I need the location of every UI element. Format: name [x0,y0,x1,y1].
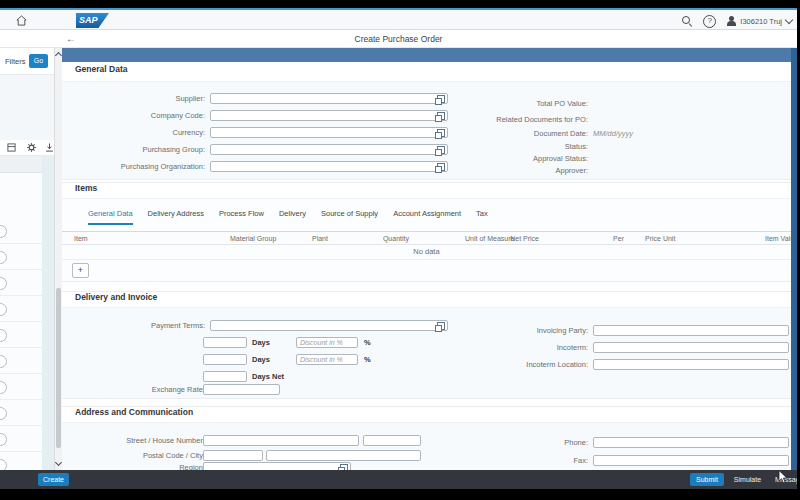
sidebar-scrollbar[interactable] [55,48,62,470]
avatar [0,459,7,470]
section-title-general-data: General Data [62,64,791,80]
mouse-cursor [778,470,790,484]
list-item[interactable] [0,296,54,322]
sap-logo: SAP [76,13,109,28]
home-icon[interactable] [16,15,27,26]
create-button[interactable]: Create [38,473,69,486]
incoterm-input[interactable] [593,342,789,353]
sidebar-list [0,218,54,470]
column-header-net-price: Net Price [510,235,539,242]
approver-label: Approver: [472,165,588,176]
exchange-rate-label: Exchange Rate: [62,384,205,395]
incoterm-label: Incoterm: [472,342,588,353]
fax-input[interactable] [593,455,789,466]
section-title-delivery-invoice: Delivery and Invoice [62,291,791,307]
phone-label: Phone: [472,437,588,448]
submit-button[interactable]: Submit [690,473,724,486]
column-header-quantity: Quantity [383,235,409,242]
avatar [0,329,7,342]
help-icon[interactable]: ? [703,15,716,28]
user-menu[interactable]: I306210 Truj [727,16,792,26]
related-docs-label: Related Documents for PO: [472,114,588,125]
download-icon[interactable] [45,143,54,152]
list-item[interactable] [0,348,54,374]
list-item[interactable] [0,452,54,470]
incoterm-location-input[interactable] [593,359,789,370]
tab-source-of-supply[interactable]: Source of Supply [321,209,378,225]
scroll-up-icon[interactable] [55,52,62,59]
document-date-label: Document Date: [472,128,588,139]
total-po-value-label: Total PO Value: [472,98,588,109]
avatar [0,433,7,446]
create-po-page: General Data Supplier: Company Code: Cur… [62,48,791,470]
invoicing-party-label: Invoicing Party: [472,325,588,336]
tab-delivery-address[interactable]: Delivery Address [148,209,204,225]
invoicing-party-input[interactable] [593,325,789,336]
list-item[interactable] [0,374,54,400]
sidebar-toolbar [0,140,54,156]
list-item[interactable] [0,322,54,348]
shell-bar: SAP ? I306210 Truj [0,8,797,30]
tab-delivery[interactable]: Delivery [279,209,306,225]
section-title-address: Address and Communication [62,406,791,422]
go-button[interactable]: Go [29,54,48,68]
days-net-label: Days Net [252,371,284,382]
avatar [0,225,7,238]
list-icon[interactable] [7,143,16,152]
items-table-header: ItemMaterial GroupPlantQuantityUnit of M… [62,231,791,245]
approval-status-label: Approval Status: [472,153,588,164]
exchange-rate-input[interactable] [203,384,280,395]
column-header-per: Per [613,235,624,242]
tab-general-data[interactable]: General Data [88,209,133,225]
anchor-bar [62,48,791,62]
avatar [0,303,7,316]
tab-process-flow[interactable]: Process Flow [219,209,264,225]
avatar [0,381,7,394]
fax-label: Fax: [472,455,588,466]
add-item-button[interactable]: + [72,263,89,278]
phone-input[interactable] [593,437,789,448]
user-name: I306210 Truj [740,17,782,26]
sidebar-chart-area [0,75,54,140]
avatar [0,251,7,264]
page-title: Create Purchase Order [0,34,797,44]
column-header-price-unit: Price Unit [645,235,675,242]
person-icon [727,16,736,26]
sidebar-filter-row: Filters Go [0,48,54,75]
items-tab-strip: General DataDelivery AddressProcess Flow… [62,203,791,225]
scroll-down-icon[interactable] [55,459,62,466]
section-title-items: Items [62,182,791,198]
search-icon[interactable] [682,16,692,26]
sidebar-panel: Filters Go [0,48,55,470]
column-header-material-group: Material Group [230,235,276,242]
column-header-item: Item [74,235,88,242]
gear-icon[interactable] [27,143,36,152]
avatar [0,407,7,420]
tab-tax[interactable]: Tax [476,209,488,225]
list-item[interactable] [0,218,54,244]
avatar [0,355,7,368]
days-net-input[interactable] [203,371,247,382]
footer-bar: Create Submit Simulate Messages [0,470,797,489]
status-label: Status: [472,141,588,152]
incoterm-location-label: Incoterm Location: [472,359,588,370]
document-date-value: MM/dd/yyyy [593,128,633,139]
list-item[interactable] [0,270,54,296]
simulate-button[interactable]: Simulate [730,473,765,486]
chevron-down-icon [785,16,793,24]
title-bar: ← Create Purchase Order [0,30,797,48]
scrollbar-thumb[interactable] [56,288,61,448]
page-scrollbar[interactable] [791,48,797,470]
avatar [0,277,7,290]
column-header-unit-of-measure: Unit of Measure [465,235,514,242]
filters-label: Filters [5,57,25,66]
column-header-item-value: Item Value [765,235,791,242]
list-item[interactable] [0,426,54,452]
sap-fiori-app: SAP ? I306210 Truj ← Create Purchase Ord… [0,8,800,489]
list-item[interactable] [0,400,54,426]
items-empty-row: No data [62,245,791,260]
list-item[interactable] [0,244,54,270]
column-header-plant: Plant [312,235,328,242]
tab-account-assignment[interactable]: Account Assignment [393,209,461,225]
